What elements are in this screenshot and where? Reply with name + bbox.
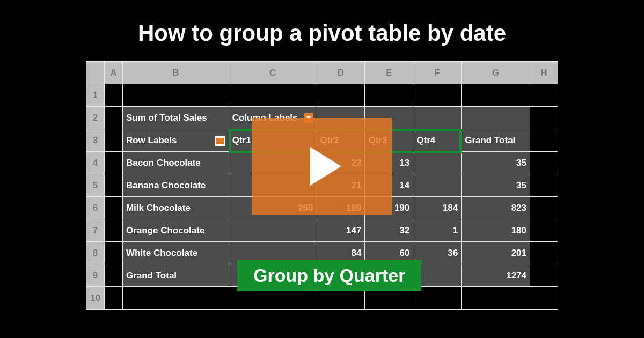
cell[interactable] [530, 287, 558, 310]
cell[interactable] [530, 219, 558, 242]
row-label[interactable]: Milk Chocolate [122, 197, 229, 219]
play-icon [310, 147, 341, 186]
cell[interactable] [530, 84, 558, 107]
spreadsheet-wrap: A B C D E F G H 1 2 Sum of Total Sales [86, 61, 558, 310]
row-labels-text: Row Labels [126, 135, 177, 146]
row-header-3[interactable]: 3 [86, 129, 105, 152]
cell[interactable] [122, 287, 229, 310]
cell[interactable] [413, 84, 462, 107]
cell[interactable] [530, 107, 558, 129]
cell[interactable] [530, 242, 558, 264]
cell-value[interactable] [229, 219, 317, 242]
row-label[interactable]: Bacon Chocolate [122, 152, 229, 174]
pivot-sum-of-label[interactable]: Sum of Total Sales [122, 107, 229, 129]
row-header-2[interactable]: 2 [86, 107, 105, 129]
cell[interactable] [413, 107, 462, 129]
cell[interactable] [104, 152, 122, 174]
cell[interactable] [104, 197, 122, 219]
col-header-G[interactable]: G [462, 62, 530, 84]
row-header-1[interactable]: 1 [86, 84, 105, 107]
cell[interactable] [365, 84, 413, 107]
cell[interactable] [104, 174, 122, 197]
cell-value[interactable]: 147 [317, 219, 365, 242]
cell[interactable] [317, 84, 365, 107]
row-header-10[interactable]: 10 [86, 287, 105, 310]
cell[interactable] [462, 107, 530, 129]
cell-value[interactable]: 1 [413, 219, 462, 242]
row-total[interactable]: 35 [462, 174, 530, 197]
row-header-5[interactable]: 5 [86, 174, 105, 197]
cell-value[interactable] [413, 152, 462, 174]
cell[interactable] [104, 287, 122, 310]
cell-value[interactable] [413, 174, 462, 197]
col-header-B[interactable]: B [122, 62, 229, 84]
caption-overlay: Group by Quarter [237, 260, 421, 291]
col-header-C[interactable]: C [229, 62, 317, 84]
grand-total-total[interactable]: 1274 [462, 264, 530, 287]
row-total[interactable]: 823 [462, 197, 530, 219]
play-button[interactable] [252, 118, 392, 215]
cell[interactable] [104, 219, 122, 242]
row-total[interactable]: 180 [462, 219, 530, 242]
cell[interactable] [104, 129, 122, 152]
grand-total-col-header[interactable]: Grand Total [462, 129, 530, 152]
row-label[interactable]: Banana Chocolate [122, 174, 229, 197]
pivot-row-labels-cell[interactable]: Row Labels [122, 129, 229, 152]
cell[interactable] [104, 242, 122, 264]
cell[interactable] [530, 174, 558, 197]
page-title: How to group a pivot table by date [0, 0, 644, 61]
row-col-corner [86, 62, 105, 84]
row-label[interactable]: Orange Chocolate [122, 219, 229, 242]
row-header-7[interactable]: 7 [86, 219, 105, 242]
col-header-F[interactable]: F [413, 62, 462, 84]
col-header-E[interactable]: E [365, 62, 413, 84]
sort-dropdown-icon[interactable] [215, 136, 225, 146]
cell[interactable] [530, 152, 558, 174]
cell[interactable] [104, 264, 122, 287]
row-header-6[interactable]: 6 [86, 197, 105, 219]
cell[interactable] [104, 107, 122, 129]
row-header-8[interactable]: 8 [86, 242, 105, 264]
cell[interactable] [104, 84, 122, 107]
row-total[interactable]: 201 [462, 242, 530, 264]
grand-total-row-label[interactable]: Grand Total [122, 264, 229, 287]
cell[interactable] [229, 84, 317, 107]
cell-value[interactable]: 184 [413, 197, 462, 219]
col-header-A[interactable]: A [104, 62, 122, 84]
qtr4-header[interactable]: Qtr4 [413, 129, 462, 152]
row-total[interactable]: 35 [462, 152, 530, 174]
row-label[interactable]: White Chocolate [122, 242, 229, 264]
cell[interactable] [462, 84, 530, 107]
row-header-9[interactable]: 9 [86, 264, 105, 287]
col-header-D[interactable]: D [317, 62, 365, 84]
cell[interactable] [462, 287, 530, 310]
cell[interactable] [530, 264, 558, 287]
col-header-H[interactable]: H [530, 62, 558, 84]
cell[interactable] [530, 197, 558, 219]
cell[interactable] [530, 129, 558, 152]
cell[interactable] [122, 84, 229, 107]
cell-value[interactable]: 32 [365, 219, 413, 242]
row-header-4[interactable]: 4 [86, 152, 105, 174]
